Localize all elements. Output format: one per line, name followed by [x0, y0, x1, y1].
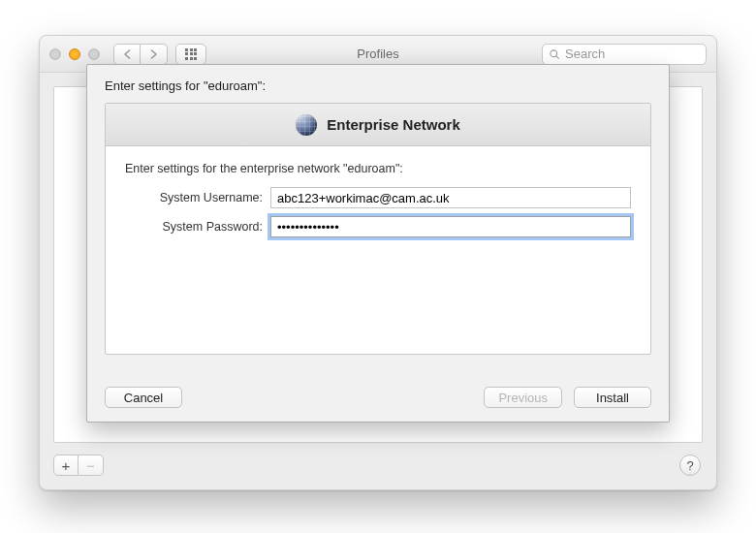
settings-sheet: Enter settings for "eduroam": Enterprise…	[86, 64, 670, 423]
username-row: System Username:	[125, 187, 631, 208]
install-button[interactable]: Install	[574, 387, 651, 408]
search-icon	[549, 48, 560, 60]
cancel-button[interactable]: Cancel	[105, 387, 182, 408]
chevron-left-icon	[123, 49, 132, 59]
minimize-window-icon[interactable]	[69, 48, 80, 60]
panel-header: Enterprise Network	[106, 104, 650, 146]
sheet-intro-text: Enter settings for "eduroam":	[87, 65, 669, 103]
enterprise-panel: Enterprise Network Enter settings for th…	[105, 103, 651, 355]
profile-add-remove: + −	[53, 455, 104, 476]
password-row: System Password:	[125, 216, 631, 237]
password-field[interactable]	[270, 216, 631, 237]
panel-instruction: Enter settings for the enterprise networ…	[125, 162, 631, 175]
panel-body: Enter settings for the enterprise networ…	[106, 146, 650, 261]
show-all-button[interactable]	[175, 44, 206, 65]
password-label: System Password:	[125, 220, 270, 234]
svg-line-1	[556, 55, 559, 58]
close-window-icon[interactable]	[49, 48, 61, 60]
network-globe-icon	[296, 114, 317, 136]
back-button[interactable]	[113, 44, 141, 65]
zoom-window-icon[interactable]	[88, 48, 100, 60]
previous-button: Previous	[484, 387, 562, 408]
forward-button[interactable]	[141, 44, 168, 65]
add-profile-button[interactable]: +	[53, 455, 79, 476]
help-button[interactable]: ?	[679, 455, 701, 476]
search-input[interactable]: Search	[542, 44, 707, 65]
panel-title: Enterprise Network	[327, 116, 460, 133]
search-placeholder: Search	[565, 47, 605, 61]
username-field[interactable]	[270, 187, 631, 208]
sheet-footer: Cancel Previous Install	[105, 387, 651, 408]
remove-profile-button: −	[79, 455, 104, 476]
grid-icon	[185, 48, 197, 60]
chevron-right-icon	[149, 49, 158, 59]
traffic-lights	[49, 48, 100, 60]
username-label: System Username:	[125, 191, 270, 204]
nav-buttons	[113, 44, 168, 65]
